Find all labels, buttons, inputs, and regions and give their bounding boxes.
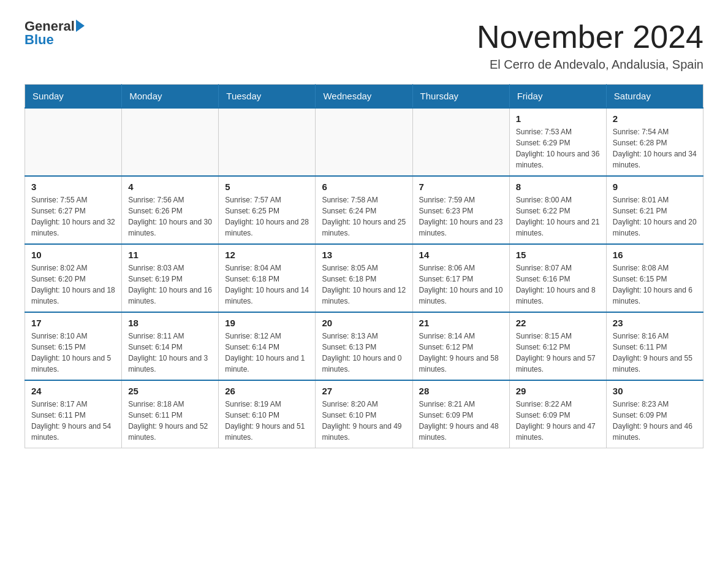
- day-number: 30: [613, 386, 697, 396]
- day-number: 24: [31, 386, 115, 396]
- calendar-week-row: 17Sunrise: 8:10 AM Sunset: 6:15 PM Dayli…: [25, 312, 703, 380]
- day-info: Sunrise: 7:58 AM Sunset: 6:24 PM Dayligh…: [322, 194, 406, 239]
- calendar-week-row: 24Sunrise: 8:17 AM Sunset: 6:11 PM Dayli…: [25, 380, 703, 448]
- calendar-cell: 13Sunrise: 8:05 AM Sunset: 6:18 PM Dayli…: [316, 244, 412, 312]
- day-number: 6: [322, 182, 406, 192]
- calendar-cell: 10Sunrise: 8:02 AM Sunset: 6:20 PM Dayli…: [25, 244, 122, 312]
- title-section: November 2024 El Cerro de Andevalo, Anda…: [477, 18, 703, 72]
- calendar-cell: 20Sunrise: 8:13 AM Sunset: 6:13 PM Dayli…: [316, 312, 412, 380]
- day-info: Sunrise: 8:07 AM Sunset: 6:16 PM Dayligh…: [516, 262, 600, 307]
- day-number: 5: [225, 182, 309, 192]
- day-info: Sunrise: 8:02 AM Sunset: 6:20 PM Dayligh…: [31, 262, 115, 307]
- calendar-cell: 15Sunrise: 8:07 AM Sunset: 6:16 PM Dayli…: [509, 244, 606, 312]
- day-number: 2: [613, 113, 697, 124]
- calendar-cell: 4Sunrise: 7:56 AM Sunset: 6:26 PM Daylig…: [122, 176, 219, 244]
- calendar-cell: 23Sunrise: 8:16 AM Sunset: 6:11 PM Dayli…: [606, 312, 703, 380]
- calendar-cell: 19Sunrise: 8:12 AM Sunset: 6:14 PM Dayli…: [219, 312, 316, 380]
- calendar-cell: [316, 108, 412, 176]
- day-number: 22: [516, 318, 600, 328]
- day-number: 1: [516, 113, 600, 124]
- calendar-week-row: 1Sunrise: 7:53 AM Sunset: 6:29 PM Daylig…: [25, 108, 703, 176]
- day-info: Sunrise: 7:53 AM Sunset: 6:29 PM Dayligh…: [516, 126, 600, 170]
- calendar-week-row: 10Sunrise: 8:02 AM Sunset: 6:20 PM Dayli…: [25, 244, 703, 312]
- day-number: 18: [128, 318, 212, 328]
- weekday-header-thursday: Thursday: [412, 85, 509, 109]
- day-number: 23: [613, 318, 697, 328]
- calendar-cell: 12Sunrise: 8:04 AM Sunset: 6:18 PM Dayli…: [219, 244, 316, 312]
- day-info: Sunrise: 8:18 AM Sunset: 6:11 PM Dayligh…: [128, 399, 212, 443]
- calendar-cell: 18Sunrise: 8:11 AM Sunset: 6:14 PM Dayli…: [122, 312, 219, 380]
- logo: General Blue: [25, 18, 85, 48]
- calendar-cell: 5Sunrise: 7:57 AM Sunset: 6:25 PM Daylig…: [219, 176, 316, 244]
- day-number: 10: [31, 250, 115, 260]
- weekday-header-sunday: Sunday: [25, 85, 122, 109]
- day-info: Sunrise: 8:16 AM Sunset: 6:11 PM Dayligh…: [613, 331, 697, 375]
- calendar-cell: 9Sunrise: 8:01 AM Sunset: 6:21 PM Daylig…: [606, 176, 703, 244]
- day-number: 16: [613, 250, 697, 260]
- calendar-cell: [219, 108, 316, 176]
- weekday-header-friday: Friday: [509, 85, 606, 109]
- calendar-cell: [25, 108, 122, 176]
- day-number: 20: [322, 318, 406, 328]
- day-number: 29: [516, 386, 600, 396]
- day-info: Sunrise: 8:14 AM Sunset: 6:12 PM Dayligh…: [419, 331, 503, 375]
- calendar-cell: 8Sunrise: 8:00 AM Sunset: 6:22 PM Daylig…: [509, 176, 606, 244]
- calendar-cell: 30Sunrise: 8:23 AM Sunset: 6:09 PM Dayli…: [606, 380, 703, 448]
- day-number: 28: [419, 386, 503, 396]
- day-number: 15: [516, 250, 600, 260]
- weekday-header-saturday: Saturday: [606, 85, 703, 109]
- day-number: 7: [419, 182, 503, 192]
- day-info: Sunrise: 8:03 AM Sunset: 6:19 PM Dayligh…: [128, 262, 212, 307]
- day-number: 13: [322, 250, 406, 260]
- day-info: Sunrise: 8:04 AM Sunset: 6:18 PM Dayligh…: [225, 262, 309, 307]
- calendar-cell: [412, 108, 509, 176]
- calendar-cell: 22Sunrise: 8:15 AM Sunset: 6:12 PM Dayli…: [509, 312, 606, 380]
- day-number: 4: [128, 182, 212, 192]
- day-info: Sunrise: 7:54 AM Sunset: 6:28 PM Dayligh…: [613, 126, 697, 170]
- day-number: 14: [419, 250, 503, 260]
- calendar-cell: 7Sunrise: 7:59 AM Sunset: 6:23 PM Daylig…: [412, 176, 509, 244]
- day-number: 17: [31, 318, 115, 328]
- subtitle: El Cerro de Andevalo, Andalusia, Spain: [477, 58, 703, 72]
- day-info: Sunrise: 8:11 AM Sunset: 6:14 PM Dayligh…: [128, 331, 212, 375]
- weekday-header-row: SundayMondayTuesdayWednesdayThursdayFrid…: [25, 85, 703, 109]
- day-info: Sunrise: 8:00 AM Sunset: 6:22 PM Dayligh…: [516, 194, 600, 239]
- day-info: Sunrise: 8:08 AM Sunset: 6:15 PM Dayligh…: [613, 262, 697, 307]
- logo-arrow-icon: [76, 20, 85, 32]
- day-number: 11: [128, 250, 212, 260]
- weekday-header-wednesday: Wednesday: [316, 85, 412, 109]
- day-info: Sunrise: 8:06 AM Sunset: 6:17 PM Dayligh…: [419, 262, 503, 307]
- calendar-cell: [122, 108, 219, 176]
- day-number: 3: [31, 182, 115, 192]
- calendar-cell: 28Sunrise: 8:21 AM Sunset: 6:09 PM Dayli…: [412, 380, 509, 448]
- day-number: 27: [322, 386, 406, 396]
- day-info: Sunrise: 8:17 AM Sunset: 6:11 PM Dayligh…: [31, 399, 115, 443]
- main-title: November 2024: [477, 18, 703, 55]
- day-number: 21: [419, 318, 503, 328]
- day-number: 9: [613, 182, 697, 192]
- calendar-cell: 6Sunrise: 7:58 AM Sunset: 6:24 PM Daylig…: [316, 176, 412, 244]
- page-header: General Blue November 2024 El Cerro de A…: [25, 18, 703, 72]
- logo-blue-text: Blue: [25, 32, 54, 48]
- calendar-cell: 27Sunrise: 8:20 AM Sunset: 6:10 PM Dayli…: [316, 380, 412, 448]
- weekday-header-tuesday: Tuesday: [219, 85, 316, 109]
- calendar-cell: 25Sunrise: 8:18 AM Sunset: 6:11 PM Dayli…: [122, 380, 219, 448]
- day-info: Sunrise: 8:10 AM Sunset: 6:15 PM Dayligh…: [31, 331, 115, 375]
- day-info: Sunrise: 8:20 AM Sunset: 6:10 PM Dayligh…: [322, 399, 406, 443]
- calendar-cell: 26Sunrise: 8:19 AM Sunset: 6:10 PM Dayli…: [219, 380, 316, 448]
- calendar-week-row: 3Sunrise: 7:55 AM Sunset: 6:27 PM Daylig…: [25, 176, 703, 244]
- day-info: Sunrise: 8:22 AM Sunset: 6:09 PM Dayligh…: [516, 399, 600, 443]
- calendar-cell: 14Sunrise: 8:06 AM Sunset: 6:17 PM Dayli…: [412, 244, 509, 312]
- day-info: Sunrise: 7:57 AM Sunset: 6:25 PM Dayligh…: [225, 194, 309, 239]
- calendar-cell: 16Sunrise: 8:08 AM Sunset: 6:15 PM Dayli…: [606, 244, 703, 312]
- calendar-cell: 2Sunrise: 7:54 AM Sunset: 6:28 PM Daylig…: [606, 108, 703, 176]
- day-number: 26: [225, 386, 309, 396]
- day-info: Sunrise: 7:56 AM Sunset: 6:26 PM Dayligh…: [128, 194, 212, 239]
- day-info: Sunrise: 8:21 AM Sunset: 6:09 PM Dayligh…: [419, 399, 503, 443]
- day-number: 8: [516, 182, 600, 192]
- day-number: 19: [225, 318, 309, 328]
- calendar-cell: 24Sunrise: 8:17 AM Sunset: 6:11 PM Dayli…: [25, 380, 122, 448]
- calendar-cell: 3Sunrise: 7:55 AM Sunset: 6:27 PM Daylig…: [25, 176, 122, 244]
- day-number: 12: [225, 250, 309, 260]
- calendar-table: SundayMondayTuesdayWednesdayThursdayFrid…: [25, 84, 703, 448]
